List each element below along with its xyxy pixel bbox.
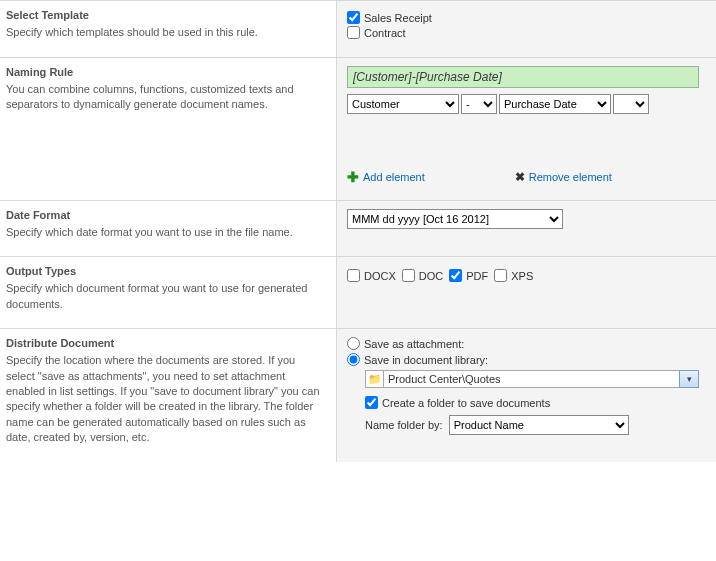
date-format-select[interactable]: MMM dd yyyy [Oct 16 2012] — [347, 209, 563, 229]
date-format-desc: Specify which date format you want to us… — [6, 225, 326, 240]
name-folder-select[interactable]: Product Name — [449, 415, 629, 435]
save-library-radio[interactable] — [347, 353, 360, 366]
distribute-title: Distribute Document — [6, 337, 326, 349]
create-folder-checkbox[interactable] — [365, 396, 378, 409]
date-format-title: Date Format — [6, 209, 326, 221]
date-format-left: Date Format Specify which date format yo… — [0, 201, 336, 256]
distribute-desc: Specify the location where the documents… — [6, 353, 326, 445]
template-contract-label: Contract — [364, 27, 406, 39]
create-folder-option[interactable]: Create a folder to save documents — [365, 396, 706, 409]
template-sales-receipt[interactable]: Sales Receipt — [347, 11, 706, 24]
plus-icon: ✚ — [347, 170, 359, 184]
naming-rule-right: [Customer]-[Purchase Date] Customer - Pu… — [336, 58, 716, 200]
naming-extra-select[interactable] — [613, 94, 649, 114]
output-pdf[interactable]: PDF — [449, 269, 488, 282]
output-types-title: Output Types — [6, 265, 326, 277]
select-template-right: Sales Receipt Contract — [336, 1, 716, 57]
template-sales-receipt-checkbox[interactable] — [347, 11, 360, 24]
template-sales-receipt-label: Sales Receipt — [364, 12, 432, 24]
save-library-option[interactable]: Save in document library: — [347, 353, 706, 366]
x-icon: ✖ — [515, 170, 525, 184]
naming-actions: ✚ Add element ✖ Remove element — [347, 170, 706, 184]
output-pdf-checkbox[interactable] — [449, 269, 462, 282]
distribute-right: Save as attachment: Save in document lib… — [336, 329, 716, 461]
output-docx-label: DOCX — [364, 270, 396, 282]
document-library-path: Product Center\Quotes — [383, 370, 679, 388]
output-types-right: DOCX DOC PDF XPS — [336, 257, 716, 328]
chevron-down-icon: ▾ — [687, 374, 692, 384]
add-element-label: Add element — [363, 171, 425, 183]
naming-preview: [Customer]-[Purchase Date] — [347, 66, 699, 88]
output-types-left: Output Types Specify which document form… — [0, 257, 336, 328]
naming-rule-desc: You can combine columns, functions, cust… — [6, 82, 326, 113]
remove-element-label: Remove element — [529, 171, 612, 183]
save-library-label: Save in document library: — [364, 354, 488, 366]
name-folder-row: Name folder by: Product Name — [365, 415, 706, 435]
naming-rule-title: Naming Rule — [6, 66, 326, 78]
template-contract[interactable]: Contract — [347, 26, 706, 39]
name-folder-label: Name folder by: — [365, 419, 443, 431]
section-output-types: Output Types Specify which document form… — [0, 256, 716, 328]
naming-column2-select[interactable]: Purchase Date — [499, 94, 611, 114]
save-attachment-option[interactable]: Save as attachment: — [347, 337, 706, 350]
select-template-left: Select Template Specify which templates … — [0, 1, 336, 57]
save-attachment-label: Save as attachment: — [364, 338, 464, 350]
output-doc-checkbox[interactable] — [402, 269, 415, 282]
output-xps-checkbox[interactable] — [494, 269, 507, 282]
section-select-template: Select Template Specify which templates … — [0, 0, 716, 57]
output-xps[interactable]: XPS — [494, 269, 533, 282]
document-library-picker[interactable]: 📁 Product Center\Quotes ▾ — [365, 370, 699, 388]
naming-rule-left: Naming Rule You can combine columns, fun… — [0, 58, 336, 200]
section-naming-rule: Naming Rule You can combine columns, fun… — [0, 57, 716, 200]
create-folder-label: Create a folder to save documents — [382, 397, 550, 409]
output-docx-checkbox[interactable] — [347, 269, 360, 282]
template-contract-checkbox[interactable] — [347, 26, 360, 39]
remove-element-button[interactable]: ✖ Remove element — [515, 170, 612, 184]
add-element-button[interactable]: ✚ Add element — [347, 170, 425, 184]
section-date-format: Date Format Specify which date format yo… — [0, 200, 716, 256]
select-template-title: Select Template — [6, 9, 326, 21]
output-xps-label: XPS — [511, 270, 533, 282]
output-doc[interactable]: DOC — [402, 269, 443, 282]
naming-selects: Customer - Purchase Date — [347, 94, 706, 114]
folder-icon: 📁 — [365, 370, 383, 388]
output-docx[interactable]: DOCX — [347, 269, 396, 282]
output-pdf-label: PDF — [466, 270, 488, 282]
output-doc-label: DOC — [419, 270, 443, 282]
date-format-right: MMM dd yyyy [Oct 16 2012] — [336, 201, 716, 256]
distribute-left: Distribute Document Specify the location… — [0, 329, 336, 461]
naming-separator-select[interactable]: - — [461, 94, 497, 114]
output-types-desc: Specify which document format you want t… — [6, 281, 326, 312]
naming-column1-select[interactable]: Customer — [347, 94, 459, 114]
output-types-group: DOCX DOC PDF XPS — [347, 269, 706, 282]
save-attachment-radio[interactable] — [347, 337, 360, 350]
section-distribute: Distribute Document Specify the location… — [0, 328, 716, 461]
document-library-dropdown[interactable]: ▾ — [679, 370, 699, 388]
select-template-desc: Specify which templates should be used i… — [6, 25, 326, 40]
